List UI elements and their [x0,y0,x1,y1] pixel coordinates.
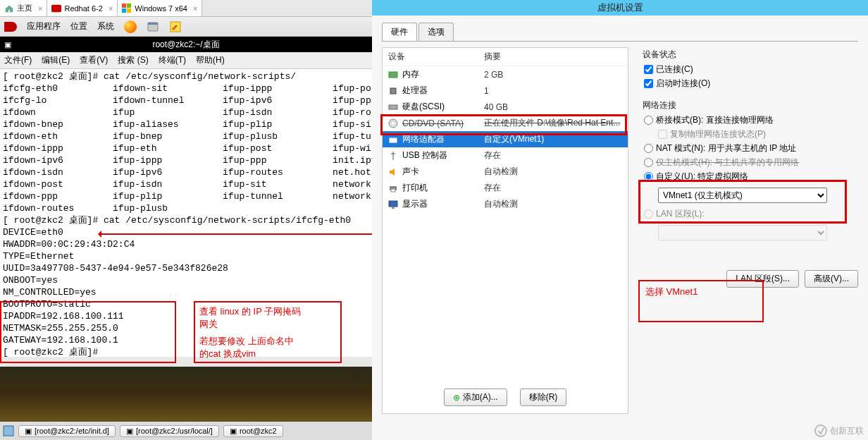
hw-row-memory[interactable]: 内存2 GB [383,66,628,82]
chk-connected[interactable] [644,65,653,74]
svg-rect-6 [148,23,158,25]
win-icon [122,4,132,13]
rh-icon [51,4,61,13]
home-icon [4,4,14,13]
col-summary: 摘要 [484,51,501,63]
menu-edit[interactable]: 编辑(E) [42,54,70,66]
settings-tabs: 硬件 选项 [382,23,858,42]
annotation-text: 选择 VMnet1 [645,286,698,297]
chk-connect-poweron[interactable] [644,79,653,88]
hw-row-hdd[interactable]: 硬盘(SCSI)40 GB [383,99,628,115]
hw-row-cd[interactable]: CD/DVD (SATA)正在使用文件 D:\镜像\Red Hat Ent... [383,115,628,131]
svg-rect-4 [127,8,131,13]
svg-rect-8 [4,426,13,436]
tab-hardware[interactable]: 硬件 [382,23,417,41]
close-icon[interactable]: × [106,4,113,13]
menu-places[interactable]: 位置 [70,20,87,32]
custom-network-select[interactable]: VMnet1 (仅主机模式) [658,188,827,203]
redhat-logo-icon [4,22,17,32]
tab-label: 主页 [17,3,32,13]
group-status: 设备状态 [643,49,858,61]
tab-label: Windows 7 x64 [135,4,187,13]
network-icon [388,135,398,145]
hw-header: 设备 摘要 [383,48,628,66]
svg-point-19 [815,425,826,436]
note-line: 网关 [199,318,336,331]
menu-apps[interactable]: 应用程序 [27,20,61,32]
show-desktop-icon[interactable] [3,425,14,436]
gnome-toolbar: 应用程序 位置 系统 [0,17,372,37]
svg-rect-14 [390,138,397,142]
note-line: 查看 linux 的 IP 子网掩码 [199,305,336,318]
col-device: 设备 [388,51,484,63]
group-network-conn: 网络连接 [643,99,858,111]
svg-rect-17 [389,201,397,207]
annotation-box-vmnet: 选择 VMnet1 [638,280,764,322]
annotation-arrow [100,233,372,235]
hw-row-printer[interactable]: 打印机存在 [383,180,628,196]
radio-hostonly[interactable] [644,158,653,167]
hw-row-display[interactable]: 显示器自动检测 [383,196,628,212]
note-line: 若想要修改 上面命名中 [199,335,336,348]
dialog-title: 虚拟机设置 [372,0,868,16]
radio-nat[interactable] [644,144,653,153]
hdd-icon [388,102,398,112]
terminal-title: root@zkc2:~/桌面 [152,39,219,51]
svg-rect-9 [389,72,397,78]
radio-bridge[interactable] [644,116,653,125]
tab-label: Redhat 6-2 [64,4,102,13]
hw-row-cpu[interactable]: 处理器1 [383,82,628,99]
sound-icon [388,167,398,177]
radio-custom[interactable] [644,172,653,181]
printer-icon [388,183,398,193]
chk-replicate [658,130,667,139]
taskbar-item[interactable]: ▣root@zkc2 [223,425,283,437]
cpu-icon [388,86,398,96]
menu-terminal[interactable]: 终端(T) [159,54,186,66]
add-icon: ⊕ [453,393,460,403]
terminal-titlebar[interactable]: ▣ root@zkc2:~/桌面 [0,37,372,52]
svg-rect-16 [391,189,395,192]
tab-redhat[interactable]: Redhat 6-2 × [47,0,118,16]
vm-tabs: 主页 × Redhat 6-2 × Windows 7 x64 × [0,0,372,17]
taskbar-item[interactable]: ▣[root@zkc2:/etc/init.d] [18,425,116,437]
lanseg-select [658,225,827,240]
tab-home[interactable]: 主页 × [0,0,47,16]
network-settings-panel: 设备状态 已连接(C) 启动时连接(O) 网络连接 桥接模式(B): 直接连接物… [643,47,858,414]
memory-icon [388,70,398,80]
svg-rect-2 [127,4,131,8]
left-pane: 主页 × Redhat 6-2 × Windows 7 x64 × 应用程序 位… [0,0,372,440]
menu-search[interactable]: 搜索 (S) [118,54,148,66]
menu-file[interactable]: 文件(F) [4,54,32,66]
close-icon[interactable]: × [190,4,197,13]
menu-view[interactable]: 查看(V) [80,54,108,66]
tab-options[interactable]: 选项 [418,23,454,41]
tab-windows[interactable]: Windows 7 x64 × [118,0,202,16]
taskbar-item[interactable]: ▣[root@zkc2:/usr/local/] [120,425,219,437]
hw-row-network[interactable]: 网络适配器自定义(VMnet1) [383,131,628,147]
svg-rect-3 [122,8,126,13]
note-icon[interactable] [169,20,182,33]
menu-system[interactable]: 系统 [97,20,114,32]
cd-icon [388,118,398,128]
firefox-icon[interactable] [124,20,137,33]
svg-rect-18 [392,207,395,209]
close-icon[interactable]: × [35,4,42,13]
svg-rect-0 [51,4,61,12]
terminal-icon: ▣ [4,40,11,49]
hw-row-sound[interactable]: 声卡自动检测 [383,164,628,180]
hardware-list: 设备 摘要 内存2 GB 处理器1 硬盘(SCSI)40 GB CD/DVD (… [382,47,628,414]
menu-help[interactable]: 帮助(H) [196,54,225,66]
svg-point-13 [392,122,395,125]
remove-button[interactable]: 移除(R) [520,389,567,406]
watermark: 创新互联 [814,424,864,437]
advanced-button[interactable]: 高级(V)... [805,270,858,288]
svg-rect-1 [122,4,126,8]
hw-row-usb[interactable]: USB 控制器存在 [383,147,628,164]
taskbar: ▣[root@zkc2:/etc/init.d] ▣[root@zkc2:/us… [0,422,372,440]
radio-lanseg [644,209,653,219]
svg-rect-11 [389,105,397,109]
add-button[interactable]: ⊕添加(A)... [444,389,507,406]
files-icon[interactable] [147,20,159,33]
terminal-menubar: 文件(F) 编辑(E) 查看(V) 搜索 (S) 终端(T) 帮助(H) [0,52,372,69]
